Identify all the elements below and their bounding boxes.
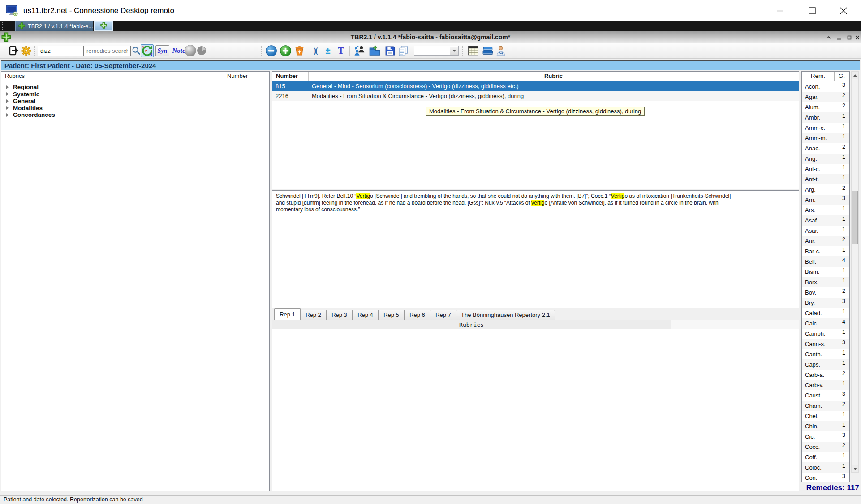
text-tool-button[interactable]: T <box>335 45 347 56</box>
header-rubric[interactable]: Rubric <box>308 73 799 79</box>
tree-item-concordances[interactable]: Concordances <box>1 111 269 119</box>
save-button[interactable] <box>383 45 396 56</box>
sphere-chart-button[interactable] <box>185 45 196 56</box>
remedy-row[interactable]: Bry.3 <box>802 298 849 308</box>
tab-rep-7[interactable]: Rep 7 <box>430 310 456 320</box>
remedy-row[interactable]: Acon.3 <box>802 81 849 92</box>
remedy-row[interactable]: Amm-m.1 <box>802 133 849 143</box>
tab-rep-6[interactable]: Rep 6 <box>404 310 430 320</box>
remedy-row[interactable]: Camph.1 <box>802 329 849 339</box>
expand-arrow-icon[interactable] <box>6 106 9 110</box>
app-close-button[interactable] <box>853 34 861 41</box>
remedy-row[interactable]: Chel.1 <box>802 411 849 421</box>
remedies-header-rem[interactable]: Rem. <box>802 73 834 79</box>
remedy-row[interactable]: Cic.3 <box>802 431 849 442</box>
taskbar-tab-icon-only[interactable] <box>94 21 113 31</box>
expand-arrow-icon[interactable] <box>6 85 9 89</box>
dropdown-arrow-icon[interactable] <box>450 47 458 55</box>
remove-rubric-button[interactable] <box>265 45 277 56</box>
remedy-row[interactable]: Cann-s.3 <box>802 339 849 349</box>
search-input[interactable] <box>38 46 84 56</box>
tab-rep-5[interactable]: Rep 5 <box>378 310 405 320</box>
expand-arrow-icon[interactable] <box>6 92 9 96</box>
expand-arrow-icon[interactable] <box>6 99 9 103</box>
tree-item-regional[interactable]: Regional <box>1 84 269 91</box>
remedy-row[interactable]: Aur.2 <box>802 236 849 246</box>
remedy-row[interactable]: Coloc.1 <box>802 462 849 473</box>
expand-arrow-icon[interactable] <box>6 113 9 117</box>
syn-button[interactable]: Syn <box>155 45 169 56</box>
remedy-row[interactable]: Ars.1 <box>802 205 849 215</box>
app-minimize-button[interactable] <box>835 34 843 41</box>
tab-rep-1[interactable]: Rep 1 <box>274 308 301 320</box>
rubric-row[interactable]: 815General - Mind - Sensorium (conscious… <box>272 81 799 91</box>
remedy-row[interactable]: Borx.1 <box>802 277 849 287</box>
table-view-button[interactable] <box>466 45 480 56</box>
remedy-row[interactable]: Chin.1 <box>802 421 849 431</box>
remedy-row[interactable]: Agar.2 <box>802 92 849 102</box>
open-folder-button[interactable] <box>368 45 381 56</box>
remedy-row[interactable]: Coff.1 <box>802 452 849 462</box>
window-close-button[interactable] <box>831 0 857 21</box>
remedies-header-grade[interactable]: G. <box>834 73 849 79</box>
remedy-row[interactable]: Asar.1 <box>802 226 849 236</box>
remedy-row[interactable]: Alum.2 <box>802 102 849 112</box>
remedy-row[interactable]: Asaf.1 <box>802 215 849 226</box>
tree-item-general[interactable]: General <box>1 98 269 105</box>
combine-rubrics-button[interactable]: )( <box>310 45 321 56</box>
remedy-row[interactable]: Canth.1 <box>802 349 849 359</box>
window-minimize-button[interactable] <box>767 0 793 21</box>
copy-button[interactable] <box>397 45 409 56</box>
remedy-row[interactable]: Amm-c.1 <box>802 123 849 133</box>
remedy-row[interactable]: Arn.3 <box>802 195 849 205</box>
app-shade-button[interactable] <box>825 34 832 41</box>
remedy-row[interactable]: Ant-c.1 <box>802 164 849 174</box>
remedy-row[interactable]: Calad.1 <box>802 308 849 318</box>
remedies-search-input[interactable] <box>84 46 131 56</box>
repertory-library-button[interactable] <box>482 45 494 56</box>
tab-the-b-nninghausen-repertory-2-1[interactable]: The Bönninghausen Repertory 2.1 <box>456 310 555 320</box>
rep-rubrics-header[interactable]: Rubrics <box>272 320 671 329</box>
tree-header-rubrics[interactable]: Rubrics <box>5 73 25 79</box>
repertory-dropdown[interactable] <box>414 46 459 56</box>
header-number[interactable]: Number <box>276 73 298 79</box>
tree-item-systemic[interactable]: Systemic <box>1 91 269 98</box>
pie-chart-button[interactable] <box>197 45 206 56</box>
window-maximize-button[interactable] <box>799 0 825 21</box>
patient-info-button[interactable] <box>495 45 507 56</box>
remedy-row[interactable]: Caps.1 <box>802 359 849 370</box>
remedy-row[interactable]: Bism.1 <box>802 267 849 277</box>
rubric-row[interactable]: 2216Modalities - From Situation & Circum… <box>272 91 799 101</box>
remedy-row[interactable]: Ambr.1 <box>802 112 849 123</box>
remedy-row[interactable]: Ang.1 <box>802 154 849 164</box>
search-button[interactable] <box>131 45 141 56</box>
remedy-row[interactable]: Calc.4 <box>802 318 849 329</box>
app-restore-button[interactable] <box>845 34 853 41</box>
remedy-row[interactable]: Cocc.2 <box>802 442 849 452</box>
delete-bin-button[interactable] <box>293 45 306 56</box>
tree-header-number[interactable]: Number <box>227 73 248 79</box>
tab-rep-3[interactable]: Rep 3 <box>326 310 353 320</box>
taskbar-tab-tbr[interactable]: TBR2.1 / v.1.1.4 *fabio-s... <box>15 21 93 31</box>
remedy-row[interactable]: Bov.2 <box>802 287 849 298</box>
remedy-row[interactable]: Caust.3 <box>802 390 849 401</box>
plus-minus-button[interactable]: ± <box>323 45 333 56</box>
scroll-up-icon[interactable] <box>852 72 858 79</box>
scrollbar-thumb[interactable] <box>852 191 858 244</box>
remedy-row[interactable]: Con.3 <box>802 473 849 482</box>
remedy-row[interactable]: Ant-t.1 <box>802 174 849 184</box>
repertorize-toggle-button[interactable]: 1 2 3 <box>141 44 154 57</box>
remedy-row[interactable]: Bell.4 <box>802 256 849 267</box>
remedy-row[interactable]: Arg.2 <box>802 184 849 195</box>
tab-rep-4[interactable]: Rep 4 <box>352 310 379 320</box>
tree-item-modalities[interactable]: Modalities <box>1 105 269 112</box>
remedy-row[interactable]: Cham.2 <box>802 401 849 411</box>
remedies-scrollbar[interactable] <box>851 71 859 473</box>
remedy-row[interactable]: Bar-c.1 <box>802 246 849 256</box>
gear-button[interactable] <box>20 45 32 56</box>
tab-rep-2[interactable]: Rep 2 <box>300 310 327 320</box>
patient-swap-button[interactable] <box>353 45 366 56</box>
remedy-row[interactable]: Carb-v.1 <box>802 380 849 390</box>
exit-button[interactable] <box>8 45 20 56</box>
remedy-row[interactable]: Anac.2 <box>802 143 849 154</box>
